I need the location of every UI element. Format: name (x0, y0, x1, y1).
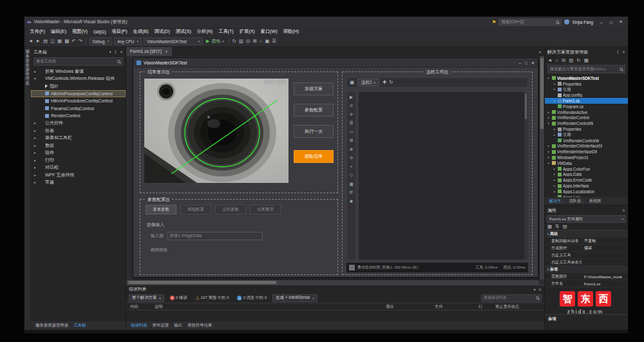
refresh-icon[interactable]: ↻ (389, 80, 393, 85)
property-row[interactable]: 复制到输出目录 不复制 (545, 238, 628, 245)
solution-tree-item[interactable]: ▸ VmRenderCtrlInterfaceDl (545, 144, 628, 149)
solution-tree-item[interactable]: ▸ Apps.Interface (545, 183, 628, 189)
param-tab[interactable]: 结果显示 (250, 205, 281, 214)
nav-forward-icon[interactable]: ► (35, 39, 40, 44)
show-all-files-icon[interactable]: ▤ (569, 58, 573, 63)
list-icon[interactable]: ☰ (348, 120, 355, 127)
expander-icon[interactable]: ▸ (33, 121, 37, 125)
account-avatar[interactable] (564, 19, 569, 24)
close-icon[interactable]: ✕ (538, 287, 542, 292)
winforms-designer-form[interactable]: VisionMasterSDKTest – □ ✕ 结果显示区 (133, 57, 538, 278)
expander-icon[interactable]: ▸ (33, 144, 37, 147)
move-icon[interactable]: ✛ (348, 111, 355, 118)
expander-icon[interactable]: ▸ (33, 173, 37, 177)
property-row[interactable]: 文件名 Form1.cs (545, 280, 628, 287)
solution-tree-item[interactable]: ▸ WindowsProject1 (545, 155, 628, 160)
panel-tab[interactable]: 解决方... (547, 198, 566, 204)
alphabetical-icon[interactable]: ⇅ (555, 224, 559, 229)
panel-tab[interactable]: 服务器资源管理器 (33, 323, 70, 328)
menu-item[interactable]: 窗口(W) (258, 28, 280, 35)
expander-icon[interactable]: ▸ (33, 158, 37, 162)
expander-icon[interactable]: ▸ (553, 133, 556, 137)
menu-item[interactable]: 帮助(H) (280, 28, 301, 35)
redo-icon[interactable]: ↷ (79, 39, 82, 44)
property-pages-icon[interactable]: ▤ (562, 224, 567, 229)
new-project-icon[interactable]: ▤ (43, 39, 48, 44)
messages-filter-button[interactable]: ⓘ2 消息 中的 0 (234, 294, 269, 302)
menu-item[interactable]: 项目(P) (109, 28, 130, 35)
toolbox-item[interactable]: ▸ 容器 (31, 127, 126, 135)
property-row[interactable]: 自定义工具 (545, 252, 628, 259)
properties-header[interactable]: 属性 ✕ (545, 205, 628, 215)
expander-icon[interactable]: ▸ (553, 173, 556, 176)
platform-dropdown[interactable]: Any CPU▾ (114, 37, 142, 45)
configuration-dropdown[interactable]: Debug▾ (90, 37, 112, 45)
pin-icon[interactable]: ↧ (616, 50, 620, 54)
panel-tab[interactable]: 工具箱 (71, 323, 88, 328)
action-button[interactable]: 加载方案 (294, 82, 334, 95)
column-header[interactable]: 文件 (435, 304, 476, 310)
pin-icon[interactable]: ↧ (114, 50, 117, 54)
expander-icon[interactable]: ▸ (547, 156, 551, 159)
image-source-icon[interactable]: ▣ (350, 80, 354, 85)
capture-icon[interactable]: ⊙ (348, 103, 355, 109)
expander-icon[interactable]: ▸ (33, 166, 37, 169)
toolbox-item[interactable]: RenderControl (31, 112, 126, 120)
solution-search-input[interactable]: 搜索解决方案资源管理器(Ctrl+;) (547, 65, 625, 73)
property-row[interactable]: 完整路径 F:\VisionMaster_trunk (545, 273, 628, 280)
expander-icon[interactable]: ▸ (547, 144, 551, 147)
expander-icon[interactable]: ▾ (33, 77, 37, 81)
add-flow-icon[interactable]: ✚ (383, 80, 386, 85)
properties-icon[interactable]: ▦ (584, 58, 589, 63)
extensions-icon[interactable]: ▣ (265, 39, 269, 44)
panel-tab[interactable]: 查找符号结果 (185, 323, 214, 328)
solution-tree-item[interactable]: ▸ VmRenderActive (545, 109, 628, 115)
expander-icon[interactable]: ▸ (547, 150, 551, 153)
flow-canvas-scrollbar[interactable] (524, 92, 527, 260)
flow-tab[interactable]: 流程1 ▾ (357, 79, 379, 86)
designer-horizontal-scrollbar[interactable] (126, 280, 539, 285)
expander-icon[interactable]: ▾ (547, 77, 551, 80)
save-icon[interactable]: ▦ (57, 39, 62, 44)
undo-icon[interactable]: ↶ (71, 39, 75, 44)
solution-tree-item[interactable]: ▸ Apps.ColorFun (545, 166, 628, 172)
input-source-field[interactable]: 图像1.ImageData (167, 232, 263, 240)
toolbox-item[interactable]: ParamsConfigControl (31, 105, 126, 113)
expander-icon[interactable]: ▸ (553, 167, 556, 171)
panel-tab[interactable]: 错误列表 (129, 323, 149, 328)
param-tab[interactable]: 运行参数 (215, 205, 246, 214)
toolbox-item[interactable]: ▸ 公共控件 (31, 120, 126, 128)
close-icon[interactable]: ✕ (120, 50, 123, 54)
result-image[interactable]: 1256 × 1024 (144, 79, 289, 183)
menu-item[interactable]: 测试(S) (173, 28, 194, 35)
solution-platforms-icon[interactable]: ⊞ (252, 39, 256, 44)
column-header[interactable]: 行 (478, 304, 493, 310)
table-icon[interactable]: ▦ (348, 181, 355, 187)
solution-tree-item[interactable]: ▸ VmRenderInterfaceDll (545, 149, 628, 155)
toolbox-item[interactable]: 指针 (31, 82, 126, 90)
if-branch-icon[interactable]: IF (348, 190, 355, 196)
solution-tree-item[interactable]: ▸ Form1.cs (545, 98, 628, 104)
expander-icon[interactable]: ▸ (553, 190, 556, 193)
solution-explorer-header[interactable]: 解决方案资源管理器 ↧✕ (545, 47, 628, 57)
server-explorer-vertical-tab[interactable]: 服务器资源管理器 (25, 50, 30, 330)
solution-tree-item[interactable]: ▸ Apps.ErrorCode (545, 177, 628, 183)
designer-vertical-scrollbar[interactable] (540, 56, 544, 280)
toolbox-item[interactable]: ▸ 打印 (31, 157, 126, 164)
solution-tree-item[interactable]: ▸ 引用 (545, 132, 628, 138)
solution-tree-item[interactable]: App.config (545, 92, 628, 98)
error-search-input[interactable]: 搜索错误列表 (481, 294, 542, 302)
close-icon[interactable]: ✕ (622, 208, 625, 213)
expander-icon[interactable]: ▸ (553, 99, 556, 102)
property-row[interactable]: 自定义工具命名空间 (545, 259, 628, 266)
error-scope-dropdown[interactable]: 整个解决方案▾ (129, 294, 164, 302)
title-bar[interactable]: ∞ VisionMaster - Microsoft Visual Studio… (24, 17, 628, 27)
find-in-files-icon[interactable]: ◎ (246, 39, 251, 44)
toolbox-item[interactable]: HikVmProcedureConfigControl (31, 90, 126, 98)
expander-icon[interactable]: ▸ (33, 180, 37, 184)
expander-icon[interactable]: ▸ (553, 82, 556, 86)
tab-overflow-icon[interactable]: ▾ (539, 47, 544, 56)
menu-item[interactable]: 文件(F) (27, 28, 48, 35)
start-debugging-button[interactable]: ▶启动▾ (205, 38, 225, 44)
action-button[interactable]: 获取结果 (294, 150, 334, 163)
